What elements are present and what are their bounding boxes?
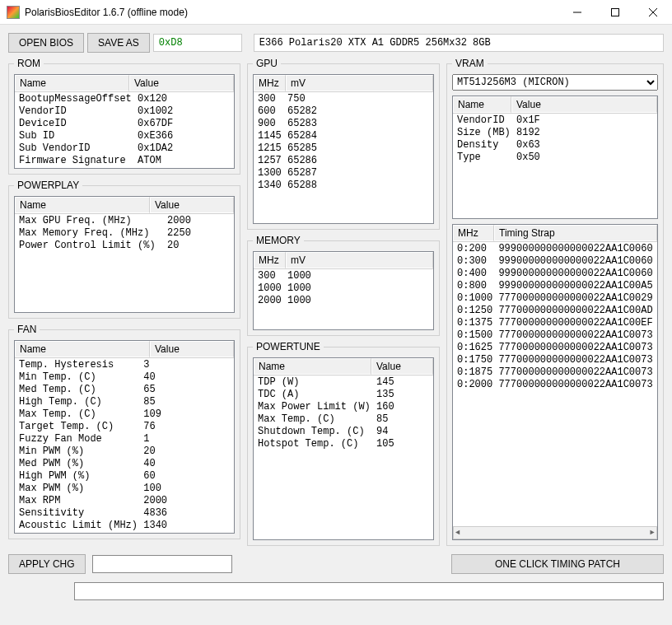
powerplay-list[interactable]: Name Value Max GPU Freq. (MHz) 2000Max M… xyxy=(14,196,235,313)
vram-select[interactable]: MT51J256M3 (MICRON) xyxy=(452,74,658,91)
vram-list[interactable]: Name Value VendorID 0x1FSize (MB) 8192De… xyxy=(452,96,658,219)
memory-list[interactable]: MHz mV 300 10001000 10002000 1000 xyxy=(253,251,434,330)
col-header[interactable]: Value xyxy=(511,96,657,113)
list-item[interactable]: TDC (A) 135 xyxy=(254,389,433,401)
list-item[interactable]: Density 0x63 xyxy=(453,139,657,152)
list-item[interactable]: 1145 65284 xyxy=(254,130,433,142)
col-header[interactable]: Name xyxy=(15,197,150,213)
apply-text-field[interactable] xyxy=(92,555,232,573)
list-item[interactable]: Med PWM (%) 40 xyxy=(15,458,234,470)
memory-group: MEMORY MHz mV 300 10001000 10002000 1000 xyxy=(247,235,440,336)
one-click-timing-button[interactable]: ONE CLICK TIMING PATCH xyxy=(451,554,664,574)
minimize-button[interactable] xyxy=(558,0,596,25)
hex-field[interactable]: 0xD8 xyxy=(153,34,242,52)
list-item[interactable]: 1340 65288 xyxy=(254,180,433,192)
save-as-button[interactable]: SAVE AS xyxy=(87,33,150,53)
list-item[interactable]: Max Memory Freq. (MHz) 2250 xyxy=(15,227,234,240)
list-item[interactable]: 0:200 999000000000000022AA1C0060 xyxy=(453,243,657,255)
list-item[interactable]: Shutdown Temp. (C) 94 xyxy=(254,426,433,438)
list-item[interactable]: 300 1000 xyxy=(254,270,433,282)
list-item[interactable]: Max GPU Freq. (MHz) 2000 xyxy=(15,215,234,227)
list-item[interactable]: Max Temp. (C) 85 xyxy=(254,413,433,426)
open-bios-button[interactable]: OPEN BIOS xyxy=(8,33,84,53)
list-item[interactable]: TDP (W) 145 xyxy=(254,376,433,389)
col-header[interactable]: MHz xyxy=(254,252,286,268)
list-item[interactable]: 0:1375 777000000000000022AA1C00EF xyxy=(453,317,657,329)
col-header[interactable]: Name xyxy=(453,96,511,113)
memory-legend: MEMORY xyxy=(253,235,304,246)
list-item[interactable]: Type 0x50 xyxy=(453,152,657,164)
list-item[interactable]: 0:1750 777000000000000022AA1C0073 xyxy=(453,354,657,366)
col-header[interactable]: Timing Strap xyxy=(494,225,657,241)
description-field[interactable]: E366 Polaris20 XTX A1 GDDR5 256Mx32 8GB xyxy=(254,34,664,52)
list-item[interactable]: High PWM (%) 60 xyxy=(15,470,234,483)
list-item[interactable]: 1000 1000 xyxy=(254,282,433,295)
list-item[interactable]: 1300 65287 xyxy=(254,167,433,180)
list-item[interactable]: Sub ID 0xE366 xyxy=(15,130,234,142)
list-item[interactable]: 300 750 xyxy=(254,93,433,105)
list-item[interactable]: Max Temp. (C) 109 xyxy=(15,408,234,421)
list-item[interactable]: 0:300 999000000000000022AA1C0060 xyxy=(453,255,657,268)
list-item[interactable]: Size (MB) 8192 xyxy=(453,127,657,139)
col-header[interactable]: Name xyxy=(15,341,150,357)
fan-list[interactable]: Name Value Temp. Hysteresis 3Min Temp. (… xyxy=(14,340,235,534)
horizontal-scrollbar[interactable]: ◄► xyxy=(453,526,657,539)
list-item[interactable]: 0:2000 777000000000000022AA1C0073 xyxy=(453,379,657,391)
col-header[interactable]: mV xyxy=(286,252,433,268)
powertune-legend: POWERTUNE xyxy=(253,341,324,352)
col-header[interactable]: mV xyxy=(286,75,433,91)
col-header[interactable]: Value xyxy=(150,341,234,357)
list-item[interactable]: Hotspot Temp. (C) 105 xyxy=(254,438,433,450)
col-header[interactable]: MHz xyxy=(453,225,494,241)
list-item[interactable]: Sensitivity 4836 xyxy=(15,507,234,520)
list-item[interactable]: 0:1875 777000000000000022AA1C0073 xyxy=(453,366,657,379)
fan-legend: FAN xyxy=(14,324,40,335)
list-item[interactable]: Temp. Hysteresis 3 xyxy=(15,359,234,371)
status-text-field[interactable] xyxy=(74,582,664,600)
list-item[interactable]: Power Control Limit (%) 20 xyxy=(15,240,234,252)
list-item[interactable]: 600 65282 xyxy=(254,105,433,118)
list-item[interactable]: VendorID 0x1002 xyxy=(15,105,234,118)
list-item[interactable]: Max PWM (%) 100 xyxy=(15,483,234,495)
col-header[interactable]: Value xyxy=(150,197,234,213)
col-header[interactable]: Value xyxy=(129,75,234,91)
rom-list[interactable]: Name Value BootupMessageOffset 0x120Vend… xyxy=(14,74,235,169)
list-item[interactable]: VendorID 0x1F xyxy=(453,114,657,127)
list-item[interactable]: 0:800 999000000000000022AA1C00A5 xyxy=(453,280,657,292)
powertune-list[interactable]: Name Value TDP (W) 145TDC (A) 135Max Pow… xyxy=(253,357,434,540)
list-item[interactable]: Min PWM (%) 20 xyxy=(15,445,234,458)
col-header[interactable]: Name xyxy=(15,75,129,91)
list-item[interactable]: 1257 65286 xyxy=(254,155,433,167)
list-item[interactable]: 2000 1000 xyxy=(254,295,433,307)
list-item[interactable]: 0:1500 777000000000000022AA1C0073 xyxy=(453,329,657,342)
apply-chg-button[interactable]: APPLY CHG xyxy=(8,554,86,574)
list-item[interactable]: 0:400 999000000000000022AA1C0060 xyxy=(453,268,657,280)
list-item[interactable]: Firmware Signature ATOM xyxy=(15,155,234,167)
list-item[interactable]: Sub VendorID 0x1DA2 xyxy=(15,142,234,155)
list-item[interactable]: 1215 65285 xyxy=(254,142,433,155)
col-header[interactable]: Value xyxy=(371,358,433,375)
list-item[interactable]: Fuzzy Fan Mode 1 xyxy=(15,433,234,445)
rom-legend: ROM xyxy=(14,58,44,69)
col-header[interactable]: Name xyxy=(254,358,371,375)
list-item[interactable]: BootupMessageOffset 0x120 xyxy=(15,93,234,105)
list-item[interactable]: Acoustic Limit (MHz) 1340 xyxy=(15,520,234,532)
close-button[interactable] xyxy=(634,0,672,25)
col-header[interactable]: MHz xyxy=(254,75,286,91)
list-item[interactable]: Med Temp. (C) 65 xyxy=(15,384,234,396)
timing-list[interactable]: MHz Timing Strap 0:200 99900000000000002… xyxy=(452,224,658,540)
list-item[interactable]: Max Power Limit (W) 160 xyxy=(254,401,433,413)
gpu-list[interactable]: MHz mV 300 750600 65282900 652831145 652… xyxy=(253,74,434,224)
list-item[interactable]: 0:1625 777000000000000022AA1C0073 xyxy=(453,342,657,354)
list-item[interactable]: 900 65283 xyxy=(254,118,433,130)
list-item[interactable]: Max RPM 2000 xyxy=(15,495,234,507)
rom-group: ROM Name Value BootupMessageOffset 0x120… xyxy=(8,58,240,175)
list-item[interactable]: High Temp. (C) 85 xyxy=(15,396,234,408)
fan-group: FAN Name Value Temp. Hysteresis 3Min Tem… xyxy=(8,324,240,539)
maximize-button[interactable] xyxy=(596,0,634,25)
list-item[interactable]: Target Temp. (C) 76 xyxy=(15,421,234,433)
list-item[interactable]: 0:1250 777000000000000022AA1C00AD xyxy=(453,305,657,317)
list-item[interactable]: DeviceID 0x67DF xyxy=(15,118,234,130)
list-item[interactable]: Min Temp. (C) 40 xyxy=(15,371,234,384)
list-item[interactable]: 0:1000 777000000000000022AA1C0029 xyxy=(453,292,657,305)
